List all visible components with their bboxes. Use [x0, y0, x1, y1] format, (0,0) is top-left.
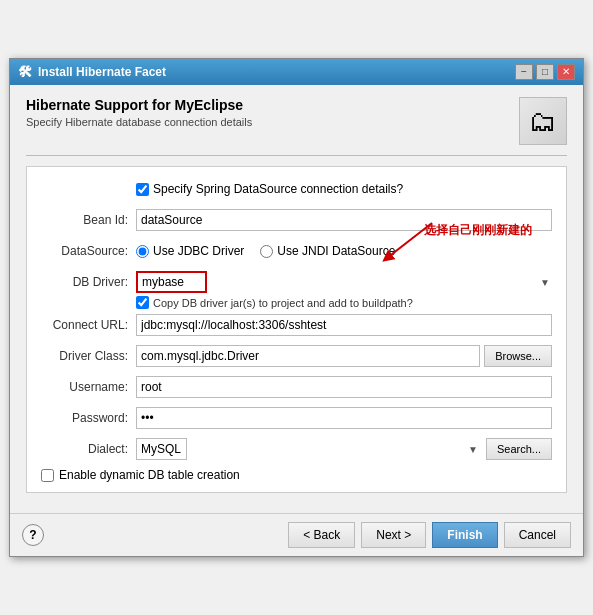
search-button[interactable]: Search... [486, 438, 552, 460]
driver-class-value: Browse... [136, 345, 552, 367]
window-icon: 🛠 [18, 64, 32, 80]
bottom-right: < Back Next > Finish Cancel [288, 522, 571, 548]
enable-dynamic-row: Enable dynamic DB table creation [41, 468, 552, 482]
password-value [136, 407, 552, 429]
help-button[interactable]: ? [22, 524, 44, 546]
dialect-label: Dialect: [41, 442, 136, 456]
username-input[interactable] [136, 376, 552, 398]
db-driver-value: mybase ▼ [136, 271, 552, 293]
connect-url-value [136, 314, 552, 336]
datasource-value: Use JDBC Driver Use JNDI DataSource [136, 244, 552, 258]
title-bar: 🛠 Install Hibernate Facet − □ ✕ [10, 59, 583, 85]
main-window: 🛠 Install Hibernate Facet − □ ✕ Hibernat… [9, 58, 584, 557]
driver-class-row: Driver Class: Browse... [41, 344, 552, 368]
db-driver-select-wrapper: mybase ▼ [136, 271, 552, 293]
radio-jdbc[interactable] [136, 245, 149, 258]
close-button[interactable]: ✕ [557, 64, 575, 80]
bean-id-label: Bean Id: [41, 213, 136, 227]
minimize-button[interactable]: − [515, 64, 533, 80]
copy-driver-checkbox[interactable] [136, 296, 149, 309]
form-section: Specify Spring DataSource connection det… [26, 166, 567, 493]
db-driver-control: mybase ▼ [136, 271, 552, 293]
spring-datasource-checkbox-label[interactable]: Specify Spring DataSource connection det… [136, 182, 552, 196]
radio-group: Use JDBC Driver Use JNDI DataSource [136, 244, 552, 258]
spring-datasource-checkbox[interactable] [136, 183, 149, 196]
username-label: Username: [41, 380, 136, 394]
cancel-button[interactable]: Cancel [504, 522, 571, 548]
hibernate-icon: 🗂 [519, 97, 567, 145]
password-input[interactable] [136, 407, 552, 429]
password-label: Password: [41, 411, 136, 425]
divider [26, 155, 567, 156]
browse-button[interactable]: Browse... [484, 345, 552, 367]
title-bar-left: 🛠 Install Hibernate Facet [18, 64, 166, 80]
red-arrow-svg [372, 218, 452, 268]
back-button[interactable]: < Back [288, 522, 355, 548]
spring-datasource-text: Specify Spring DataSource connection det… [153, 182, 403, 196]
enable-dynamic-text: Enable dynamic DB table creation [59, 468, 240, 482]
header-text: Hibernate Support for MyEclipse Specify … [26, 97, 252, 128]
finish-button[interactable]: Finish [432, 522, 497, 548]
annotation-area: 选择自己刚刚新建的 DB Driver: [41, 270, 552, 294]
datasource-label: DataSource: [41, 244, 136, 258]
datasource-row: DataSource: Use JDBC Driver Use JNDI Dat… [41, 239, 552, 263]
page-title: Hibernate Support for MyEclipse [26, 97, 252, 113]
radio-jdbc-label[interactable]: Use JDBC Driver [136, 244, 244, 258]
svg-line-1 [387, 223, 432, 258]
radio-jdbc-text: Use JDBC Driver [153, 244, 244, 258]
db-driver-row: DB Driver: mybase ▼ [41, 270, 552, 294]
connect-url-input[interactable] [136, 314, 552, 336]
db-driver-label: DB Driver: [41, 275, 136, 289]
dropdown-arrow-icon: ▼ [540, 277, 550, 288]
spring-datasource-value: Specify Spring DataSource connection det… [136, 182, 552, 196]
copy-driver-row: Copy DB driver jar(s) to project and add… [136, 296, 552, 309]
dialect-select-wrapper: MySQL ▼ [136, 438, 482, 460]
page-subtitle: Specify Hibernate database connection de… [26, 116, 252, 128]
dialect-value: MySQL ▼ Search... [136, 438, 552, 460]
username-row: Username: [41, 375, 552, 399]
header-section: Hibernate Support for MyEclipse Specify … [26, 97, 567, 145]
dialect-control: MySQL ▼ Search... [136, 438, 552, 460]
spring-datasource-row: Specify Spring DataSource connection det… [41, 177, 552, 201]
driver-class-input-group: Browse... [136, 345, 552, 367]
driver-class-label: Driver Class: [41, 349, 136, 363]
radio-jndi[interactable] [260, 245, 273, 258]
window-title: Install Hibernate Facet [38, 65, 166, 79]
username-value [136, 376, 552, 398]
connect-url-row: Connect URL: [41, 313, 552, 337]
next-button[interactable]: Next > [361, 522, 426, 548]
dialect-dropdown-arrow-icon: ▼ [468, 444, 478, 455]
dialect-select[interactable]: MySQL [136, 438, 187, 460]
bottom-left: ? [22, 524, 44, 546]
driver-class-input[interactable] [136, 345, 480, 367]
connect-url-label: Connect URL: [41, 318, 136, 332]
dialect-row: Dialect: MySQL ▼ Search... [41, 437, 552, 461]
title-bar-controls: − □ ✕ [515, 64, 575, 80]
enable-dynamic-checkbox[interactable] [41, 469, 54, 482]
password-row: Password: [41, 406, 552, 430]
copy-driver-text: Copy DB driver jar(s) to project and add… [153, 297, 413, 309]
maximize-button[interactable]: □ [536, 64, 554, 80]
bottom-bar: ? < Back Next > Finish Cancel [10, 513, 583, 556]
content-area: Hibernate Support for MyEclipse Specify … [10, 85, 583, 513]
db-driver-select[interactable]: mybase [136, 271, 207, 293]
